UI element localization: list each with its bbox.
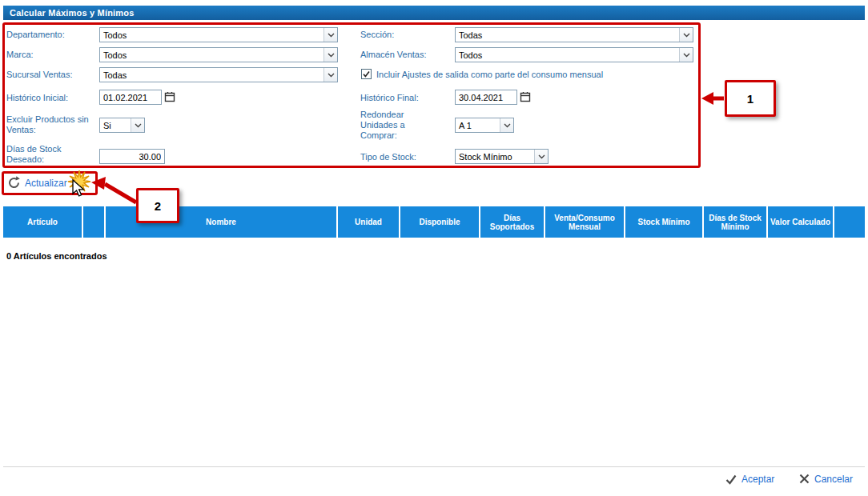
departamento-label: Departamento: (6, 30, 65, 40)
table-header-valor-calculado: Valor Calculado (768, 206, 834, 238)
sucursal-ventas-select[interactable]: Todas (99, 67, 338, 82)
chevron-down-icon (500, 118, 513, 132)
tipo-stock-value: Stock Mínimo (456, 152, 534, 162)
cancelar-button[interactable]: Cancelar (798, 473, 853, 485)
marca-select[interactable]: Todos (99, 47, 338, 62)
chevron-down-icon (131, 118, 144, 132)
redondear-unidades-select[interactable]: A 1 (455, 118, 514, 133)
annotation-step-1-label: 1 (747, 92, 753, 106)
almacen-ventas-value: Todos (456, 50, 679, 60)
incluir-ajustes-label: Incluir Ajustes de salida como parte del… (376, 70, 603, 80)
table-header-row: Artículo Nombre Unidad Disponible Días S… (3, 206, 865, 238)
incluir-ajustes-checkbox[interactable] (361, 69, 372, 79)
almacen-ventas-label: Almacén Ventas: (360, 50, 427, 60)
calendar-icon[interactable] (164, 91, 175, 102)
annotation-step-2: 2 (136, 188, 179, 223)
table-header-articulo: Artículo (3, 206, 83, 238)
excluir-productos-value: Si (100, 121, 131, 130)
departamento-select[interactable]: Todos (99, 27, 338, 42)
annotation-step-2-label: 2 (155, 199, 161, 213)
historico-final-input[interactable] (455, 90, 517, 105)
annotation-arrow-2 (105, 184, 136, 202)
sucursal-ventas-label: Sucursal Ventas: (6, 70, 73, 80)
actualizar-button[interactable]: Actualizar (7, 176, 67, 190)
cancelar-label: Cancelar (814, 474, 853, 485)
table-header-unidad: Unidad (338, 206, 400, 238)
sucursal-ventas-value: Todas (100, 70, 323, 80)
redondear-unidades-value: A 1 (456, 121, 500, 130)
marca-value: Todos (100, 50, 323, 60)
departamento-value: Todos (100, 30, 323, 40)
check-icon (725, 473, 737, 486)
historico-inicial-input[interactable] (99, 90, 162, 105)
chevron-down-icon (323, 28, 337, 42)
table-header-venta-consumo: Venta/Consumo Mensual (545, 206, 625, 238)
mouse-cursor-icon (73, 180, 83, 196)
historico-inicial-label: Histórico Inicial: (6, 93, 68, 103)
refresh-icon (7, 176, 21, 190)
footer-divider (3, 466, 865, 467)
aceptar-label: Aceptar (741, 474, 774, 485)
table-header-disponible: Disponible (400, 206, 480, 238)
window-title-bar: Calcular Máximos y Mínimos (3, 6, 865, 20)
check-icon (362, 70, 371, 78)
seccion-value: Todas (456, 30, 679, 40)
dias-stock-deseado-input[interactable] (99, 149, 165, 164)
empty-results-text: 0 Artículos encontrados (6, 251, 107, 261)
almacen-ventas-select[interactable]: Todos (455, 47, 693, 62)
chevron-down-icon (534, 150, 548, 163)
chevron-down-icon (679, 48, 693, 62)
window-title: Calcular Máximos y Mínimos (10, 8, 135, 18)
table-header-blank-1 (83, 206, 106, 238)
chevron-down-icon (679, 28, 693, 42)
tipo-stock-label: Tipo de Stock: (360, 152, 416, 162)
annotation-arrowhead-2 (91, 177, 106, 190)
table-header-dias-stock-minimo: Días de Stock Mínimo (704, 206, 768, 238)
actualizar-label: Actualizar (25, 178, 67, 189)
annotation-arrowhead-1 (701, 92, 713, 105)
redondear-unidades-label: Redondear Unidades a Comprar: (360, 110, 440, 141)
marca-label: Marca: (6, 50, 34, 60)
excluir-productos-select[interactable]: Si (99, 118, 145, 133)
tipo-stock-select[interactable]: Stock Mínimo (455, 149, 549, 164)
dias-stock-deseado-label: Días de Stock Deseado: (6, 144, 94, 165)
historico-final-label: Histórico Final: (360, 93, 419, 103)
aceptar-button[interactable]: Aceptar (725, 473, 774, 486)
table-header-dias-soportados: Días Soportados (480, 206, 545, 238)
x-icon (798, 473, 810, 485)
table-header-stock-minimo: Stock Mínimo (625, 206, 704, 238)
annotation-step-1: 1 (725, 80, 776, 117)
click-starburst-icon (68, 170, 90, 193)
excluir-productos-label: Excluir Productos sin Ventas: (6, 114, 96, 135)
chevron-down-icon (323, 68, 337, 82)
seccion-label: Sección: (360, 30, 394, 40)
seccion-select[interactable]: Todas (455, 27, 693, 42)
chevron-down-icon (323, 48, 337, 62)
table-header-blank-2 (834, 206, 865, 238)
calendar-icon[interactable] (520, 91, 531, 102)
